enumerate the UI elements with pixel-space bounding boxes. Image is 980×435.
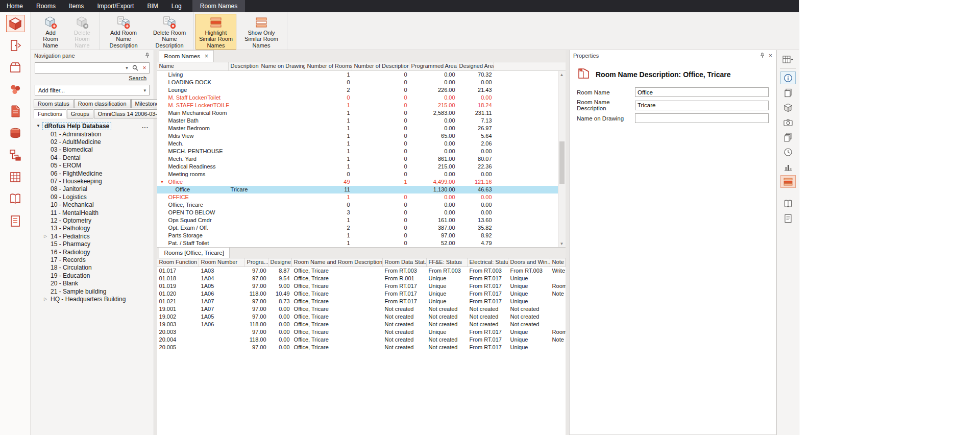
vertical-scrollbar[interactable]: ▲ ▼ — [558, 71, 566, 247]
search-icon[interactable] — [131, 63, 140, 73]
column-header[interactable]: Name — [157, 62, 229, 70]
name-on-drawing-input[interactable] — [635, 113, 769, 123]
room-row[interactable]: 01.0201A06118.0010.49Office, TricareFrom… — [157, 290, 566, 298]
module-items-icon[interactable] — [6, 59, 24, 76]
module-workflow-icon[interactable] — [6, 147, 24, 164]
tree-item[interactable]: 09 - Logistics — [31, 193, 154, 201]
room-name-row[interactable]: ▼Office4914,499.00121.16 — [157, 178, 558, 186]
column-header[interactable]: Progra... — [245, 258, 268, 267]
room-name-row[interactable]: Mech.100.002.06 — [157, 140, 558, 148]
tree-item[interactable]: 03 - Biomedical — [31, 146, 154, 154]
room-name-row[interactable]: Office, Tricare000.000.00 — [157, 201, 558, 209]
room-name-row[interactable]: Living100.0070.32 — [157, 71, 558, 79]
tree-root[interactable]: ▼ dRofus Help Database ... — [31, 122, 154, 130]
add-room-name-button[interactable]: Add Room Name — [35, 14, 66, 50]
tree-item[interactable]: 02 - AdultMedicine — [31, 138, 154, 146]
module-catalog-icon[interactable] — [6, 212, 24, 230]
model-3d-icon[interactable] — [780, 101, 796, 114]
close-tab-icon[interactable]: × — [205, 53, 208, 59]
module-reports-icon[interactable] — [6, 190, 24, 208]
tab-functions[interactable]: Functions — [34, 109, 66, 118]
tree-item[interactable]: 08 - Janitorial — [31, 185, 154, 193]
column-header[interactable]: Electrical: Status — [468, 258, 508, 267]
show-only-similar-room-names-button[interactable]: Show Only Similar Room Names — [237, 14, 285, 50]
column-header[interactable]: Description — [229, 62, 259, 70]
room-row[interactable]: 01.0171A0397.008.87Office, TricareFrom R… — [157, 267, 566, 275]
menu-home[interactable]: Home — [0, 0, 30, 12]
add-room-name-description-button[interactable]: Add Room Name Description — [101, 14, 146, 50]
column-header[interactable]: Designed Area — [457, 62, 494, 70]
tree-item[interactable]: 12 - Optometry — [31, 216, 154, 224]
room-name-row[interactable]: Master Bath100.007.13 — [157, 117, 558, 125]
row-expanded-icon[interactable]: ▼ — [160, 178, 164, 186]
menu-log[interactable]: Log — [165, 0, 188, 12]
room-row[interactable]: 20.004118.000.00Office, TricareNot creat… — [157, 336, 566, 344]
module-door-icon[interactable] — [6, 37, 24, 54]
menu-rooms[interactable]: Rooms — [30, 0, 62, 12]
tab-room-names-document[interactable]: Room Names × — [159, 50, 214, 62]
room-name-row[interactable]: Ops Squad Cmdr10161.0013.60 — [157, 216, 558, 224]
scrollbar-thumb[interactable] — [559, 141, 565, 184]
tree-item[interactable]: 01 - Administration — [31, 130, 154, 138]
tab-room-classification[interactable]: Room classification — [74, 99, 131, 108]
room-name-row[interactable]: MECH. PENTHOUSE100.000.00 — [157, 148, 558, 155]
menu-items[interactable]: Items — [62, 0, 90, 12]
room-name-row[interactable]: Opt. Exam / Off.20387.0035.82 — [157, 224, 558, 232]
tab-room-status[interactable]: Room status — [34, 99, 74, 108]
tree-item[interactable]: ▷HQ - Headquarters Building — [31, 295, 154, 303]
add-filter-dropdown[interactable]: Add filter... ▾ — [35, 85, 150, 95]
highlight-similar-room-names-button[interactable]: Highlight Similar Room Names — [195, 14, 236, 50]
camera-icon[interactable] — [780, 116, 796, 129]
report-icon[interactable] — [780, 197, 796, 210]
tree-item[interactable]: 10 - Mechanical — [31, 201, 154, 209]
splitter[interactable] — [566, 50, 569, 435]
tree-item[interactable]: 16 - Radiology — [31, 248, 154, 256]
menu-import-export[interactable]: Import/Export — [90, 0, 140, 12]
room-name-row[interactable]: M. Staff Locker/Toilet000.000.00 — [157, 94, 558, 102]
module-finance-icon[interactable] — [6, 125, 24, 142]
room-row[interactable]: 01.0191A0597.009.00Office, TricareFrom R… — [157, 282, 566, 290]
room-name-row[interactable]: Pat. / Staff Toilet1052.004.79 — [157, 239, 558, 247]
tree-item[interactable]: ▷14 - Pediatrics — [31, 232, 154, 240]
room-name-row[interactable]: Lounge20226.0021.43 — [157, 86, 558, 94]
search-input[interactable] — [35, 65, 123, 71]
column-header[interactable]: Room Data Stat... — [383, 258, 427, 267]
tree-root-expand-icon[interactable]: ▼ — [36, 124, 40, 128]
room-name-row[interactable]: Main Mechanical Room102,583.00231.11 — [157, 109, 558, 117]
tree-item[interactable]: 19 - Education — [31, 272, 154, 279]
view-selector-icon[interactable] — [780, 53, 796, 66]
column-header[interactable]: Doors and Win... — [508, 258, 550, 267]
scroll-down-icon[interactable]: ▼ — [558, 240, 566, 247]
info-icon[interactable] — [780, 71, 796, 84]
search-link[interactable]: Search — [38, 75, 146, 81]
column-header[interactable]: Room Function # — [157, 258, 199, 267]
room-names-panel-icon[interactable] — [780, 175, 796, 188]
tab-rooms-office-tricare[interactable]: Rooms [Office, Tricare] — [159, 247, 230, 258]
room-name-row[interactable]: OPEN TO BELOW300.000.00 — [157, 209, 558, 216]
column-header[interactable]: Designe... — [268, 258, 292, 267]
column-header[interactable]: Number of Rooms — [305, 62, 352, 70]
pin-icon[interactable] — [144, 53, 150, 59]
expand-icon[interactable]: ▷ — [44, 297, 51, 301]
room-name-row[interactable]: Mech. Yard10861.0080.07 — [157, 155, 558, 163]
menubar-tab-room-names[interactable]: Room Names — [192, 0, 245, 12]
tree-item[interactable]: 13 - Pathology — [31, 225, 154, 232]
column-header[interactable]: FF&E: Status — [427, 258, 468, 267]
tree-item[interactable]: 11 - MentalHealth — [31, 209, 154, 216]
scroll-up-icon[interactable]: ▲ — [558, 71, 566, 78]
column-header[interactable]: Number of Descriptions — [352, 62, 409, 70]
module-documents-icon[interactable] — [6, 103, 24, 120]
room-row[interactable]: 19.0021A0597.000.00Office, TricareNot cr… — [157, 313, 566, 321]
room-row[interactable]: 19.0011A0797.000.00Office, TricareNot cr… — [157, 305, 566, 313]
pin-icon[interactable] — [760, 53, 765, 59]
tree-item[interactable]: 21 - Sample building — [31, 287, 154, 295]
column-header[interactable]: Room Name and Room Description — [292, 258, 383, 267]
room-row[interactable]: 20.00397.000.00Office, TricareNot create… — [157, 328, 566, 336]
room-name-row[interactable]: OFFICE100.000.00 — [157, 194, 558, 201]
room-name-row[interactable]: OfficeTricare111,130.0046.63 — [157, 186, 558, 194]
room-name-row[interactable]: Medical Readiness10215.0022.36 — [157, 163, 558, 171]
column-header[interactable]: Room Number — [199, 258, 245, 267]
tab-groups[interactable]: Groups — [67, 109, 93, 118]
tree-item[interactable]: 07 - Housekeeping — [31, 177, 154, 185]
room-name-row[interactable]: Master Bedroom100.0026.97 — [157, 125, 558, 132]
